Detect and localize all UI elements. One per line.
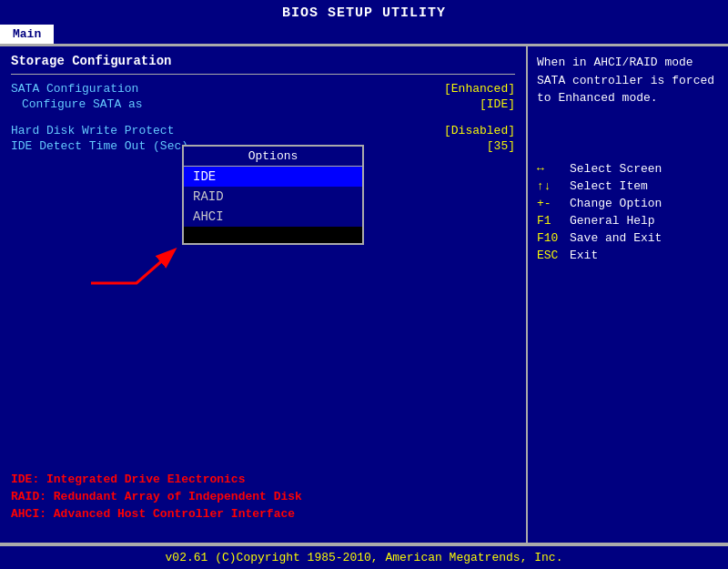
help-row-save-exit: F10 Save and Exit (537, 231, 719, 245)
bios-title: BIOS SETUP UTILITY (282, 5, 446, 21)
help-section: ↔ Select Screen ↑↓ Select Item +- Change… (537, 162, 719, 262)
section-title: Storage Configuration (11, 54, 515, 68)
sata-config-label: SATA Configuration (11, 82, 138, 96)
key-f10: F10 (537, 231, 570, 245)
configure-sata-label: Configure SATA as (11, 97, 143, 111)
key-esc: ESC (537, 249, 570, 262)
key-f1: F1 (537, 214, 570, 228)
ide-timeout-label: IDE Detect Time Out (Sec) (11, 139, 188, 153)
legend-raid: RAID: Redundant Array of Independent Dis… (11, 490, 302, 503)
desc-select-screen: Select Screen (570, 162, 662, 176)
options-popup: Options IDE RAID AHCI (182, 145, 364, 245)
options-footer (184, 227, 362, 243)
hd-write-protect-value: [Disabled] (444, 124, 515, 137)
footer-text: v02.61 (C)Copyright 1985-2010, American … (166, 551, 563, 564)
desc-select-item: Select Item (570, 179, 648, 193)
configure-sata-value: [IDE] (480, 97, 515, 117)
title-bar: BIOS SETUP UTILITY (0, 0, 728, 25)
section-divider (11, 74, 515, 75)
key-plus-minus: +- (537, 197, 570, 210)
option-ahci[interactable]: AHCI (184, 207, 362, 227)
tab-row: Main (0, 25, 728, 45)
configure-sata-row: Configure SATA as [IDE] (11, 97, 515, 117)
bios-screen: BIOS SETUP UTILITY Main Storage Configur… (0, 0, 728, 569)
tab-main[interactable]: Main (0, 25, 54, 44)
hd-write-protect-row: Hard Disk Write Protect [Disabled] (11, 124, 515, 137)
right-panel: When in AHCI/RAID mode SATA controller i… (528, 46, 728, 543)
sata-config-value: [Enhanced] (444, 82, 515, 96)
legend-ide: IDE: Integrated Drive Electronics (11, 472, 302, 486)
help-row-select-item: ↑↓ Select Item (537, 179, 719, 193)
left-panel: Storage Configuration SATA Configuration… (0, 46, 528, 543)
options-popup-title: Options (184, 147, 362, 167)
option-raid[interactable]: RAID (184, 187, 362, 207)
help-row-change-option: +- Change Option (537, 197, 719, 210)
desc-save-exit: Save and Exit (570, 231, 662, 245)
footer: v02.61 (C)Copyright 1985-2010, American … (0, 544, 728, 569)
key-arrows-ud: ↑↓ (537, 179, 570, 193)
main-area: Storage Configuration SATA Configuration… (0, 45, 728, 544)
help-row-general-help: F1 General Help (537, 214, 719, 228)
desc-general-help: General Help (570, 214, 655, 228)
key-arrows-lr: ↔ (537, 162, 570, 176)
legend: IDE: Integrated Drive Electronics RAID: … (11, 472, 302, 524)
sata-config-row: SATA Configuration [Enhanced] (11, 82, 515, 96)
desc-esc: Exit (570, 249, 598, 262)
legend-ahci: AHCI: Advanced Host Controller Interface (11, 507, 302, 521)
help-row-esc: ESC Exit (537, 249, 719, 262)
help-row-select-screen: ↔ Select Screen (537, 162, 719, 176)
desc-change-option: Change Option (570, 197, 662, 210)
option-ide[interactable]: IDE (184, 167, 362, 187)
hd-write-protect-label: Hard Disk Write Protect (11, 124, 174, 137)
help-text: When in AHCI/RAID mode SATA controller i… (537, 54, 719, 107)
ide-timeout-value: [35] (487, 139, 515, 153)
red-arrow (82, 242, 191, 292)
